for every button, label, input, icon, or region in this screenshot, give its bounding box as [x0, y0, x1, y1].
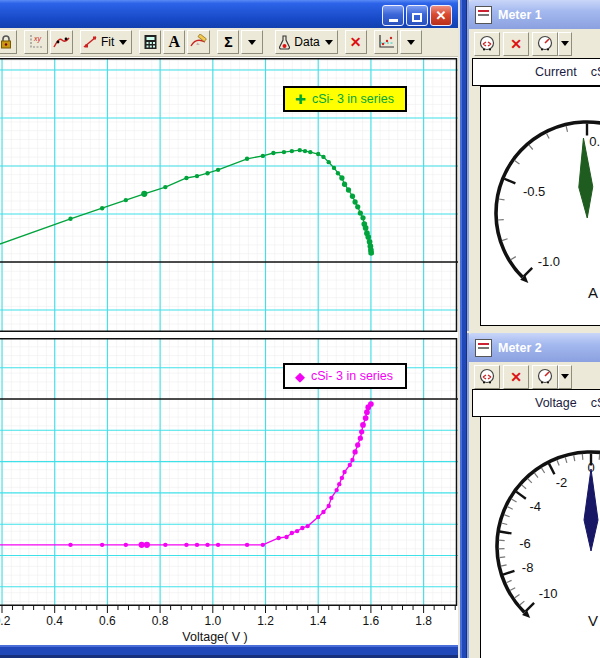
- graph-settings-icon: [377, 34, 395, 50]
- graph-window-titlebar[interactable]: ✕: [0, 0, 467, 28]
- graph-window-bottom-border: [0, 645, 458, 658]
- meter2-legend[interactable]: Voltage cSi: [472, 389, 600, 417]
- scale-to-fit-button[interactable]: xy: [24, 30, 48, 54]
- gauge-needle: [584, 469, 598, 551]
- x-tick-label: 1.4: [303, 614, 333, 628]
- meter1-gauge-panel: 0.0-0.5-1.0A: [480, 86, 600, 326]
- meter-delete-button[interactable]: ✕: [503, 365, 529, 389]
- x-tick-label: 0.4: [40, 614, 70, 628]
- graph-window-right-border: [458, 0, 467, 658]
- text-annotation-button[interactable]: A: [163, 30, 185, 54]
- gauge-tick-label: -8: [522, 560, 534, 575]
- x-tick-label: 1.6: [356, 614, 386, 628]
- meter-document-icon: [475, 339, 492, 357]
- gauge-unit-label: A: [588, 284, 598, 301]
- prediction-pencil-icon: [190, 34, 207, 50]
- delete-x-icon: ✕: [350, 34, 362, 50]
- meter2-gauge: 0-2-4-6-8-10V: [481, 417, 600, 658]
- meter-rescale-button[interactable]: [474, 365, 500, 389]
- statistics-button[interactable]: Σ: [217, 30, 239, 54]
- graph-toolbar: xy Fit: [0, 28, 467, 57]
- gauge-needle-icon: [536, 368, 554, 385]
- svg-text:xy: xy: [33, 35, 42, 43]
- meter2-run-label: cSi: [591, 396, 600, 410]
- graph-plot-area[interactable]: ✚ cSi- 3 in series ◆ cSi- 3 in series 0.…: [0, 57, 458, 645]
- meter2-gauge-panel: 0-2-4-6-8-10V: [480, 416, 600, 658]
- meter-style-dropdown-button[interactable]: [558, 32, 572, 56]
- gauge-needle: [579, 138, 593, 218]
- legend-bottom-label: cSi- 3 in series: [311, 369, 393, 383]
- maximize-icon: [412, 13, 422, 22]
- graph-settings-dropdown-icon: [407, 40, 415, 45]
- meter2-toolbar: ✕: [469, 362, 600, 391]
- data-button[interactable]: Data: [275, 30, 337, 54]
- plus-marker-icon: ✚: [295, 93, 306, 106]
- prediction-button[interactable]: [187, 30, 210, 54]
- data-flask-icon: [278, 35, 291, 50]
- meter-style-dropdown-button[interactable]: [558, 365, 572, 389]
- legend-top[interactable]: ✚ cSi- 3 in series: [283, 86, 407, 112]
- gauge-tick-label: -0.5: [523, 184, 545, 199]
- meter-delete-button[interactable]: ✕: [503, 32, 529, 56]
- lock-button[interactable]: [0, 30, 17, 54]
- calculator-icon: [143, 34, 158, 50]
- close-icon: ✕: [436, 9, 447, 22]
- delete-x-icon: ✕: [510, 36, 522, 52]
- x-tick-label: 0.8: [145, 614, 175, 628]
- statistics-dropdown-icon: [248, 40, 256, 45]
- meter-style-dropdown-icon: [561, 41, 569, 46]
- meter2-window: Meter 2 ✕: [467, 333, 600, 658]
- fit-button[interactable]: Fit: [80, 30, 132, 54]
- statistics-dropdown-button[interactable]: [241, 30, 263, 54]
- graph-window: ✕ xy: [0, 0, 467, 658]
- gauge-arrows-icon: [478, 35, 496, 52]
- gauge-arrows-icon: [478, 368, 496, 385]
- legend-bottom[interactable]: ◆ cSi- 3 in series: [283, 363, 407, 389]
- legend-top-label: cSi- 3 in series: [312, 92, 394, 106]
- caption-buttons: ✕: [382, 5, 452, 26]
- meter1-run-label: cSi-: [591, 65, 600, 79]
- meter1-legend[interactable]: Current cSi-: [472, 58, 600, 86]
- gauge-tick-label: -10: [539, 586, 558, 601]
- gauge-tick-label: 0.0: [589, 134, 600, 149]
- data-label: Data: [294, 35, 319, 49]
- x-tick-label: 1.2: [251, 614, 281, 628]
- fit-label: Fit: [101, 35, 114, 49]
- x-tick-label: 1.0: [198, 614, 228, 628]
- delete-x-icon: ✕: [510, 369, 522, 385]
- gauge-tick-label: -2: [556, 475, 568, 490]
- maximize-button[interactable]: [406, 5, 428, 26]
- fit-line-icon: [83, 35, 98, 49]
- meter1-titlebar[interactable]: Meter 1: [469, 0, 600, 29]
- minimize-button[interactable]: [382, 5, 404, 26]
- diamond-marker-icon: ◆: [295, 370, 305, 383]
- x-tick-label: 0.6: [92, 614, 122, 628]
- gauge-needle-icon: [536, 35, 554, 52]
- meter-style-button[interactable]: [532, 32, 558, 56]
- lock-icon: [0, 34, 14, 50]
- smart-tool-button[interactable]: [50, 30, 73, 54]
- meter-style-button[interactable]: [532, 365, 558, 389]
- gauge-unit-label: V: [588, 612, 598, 629]
- smart-cursor-icon: [53, 35, 70, 50]
- gauge-tick-label: -1.0: [538, 254, 560, 269]
- meter2-series-label: Voltage: [535, 396, 577, 410]
- calculator-button[interactable]: [139, 30, 161, 54]
- x-tick-label: 0.2: [0, 614, 17, 628]
- data-dropdown-icon: [325, 40, 333, 45]
- meter1-window: Meter 1 ✕: [467, 0, 600, 331]
- gauge-tick-label: -4: [530, 499, 542, 514]
- close-button[interactable]: ✕: [430, 5, 452, 26]
- meter2-titlebar[interactable]: Meter 2: [469, 333, 600, 362]
- meter1-toolbar: ✕: [469, 29, 600, 58]
- x-axis-title: Voltage( V ): [75, 630, 355, 644]
- meter2-title: Meter 2: [498, 341, 542, 355]
- graph-settings-button[interactable]: [374, 30, 398, 54]
- screen: ✕ xy: [0, 0, 600, 658]
- meter-document-icon: [475, 6, 492, 24]
- delete-button[interactable]: ✕: [345, 30, 367, 54]
- fit-dropdown-icon: [119, 40, 127, 45]
- graph-settings-dropdown-button[interactable]: [400, 30, 422, 54]
- meter-rescale-button[interactable]: [474, 32, 500, 56]
- x-tick-label: 1.8: [409, 614, 439, 628]
